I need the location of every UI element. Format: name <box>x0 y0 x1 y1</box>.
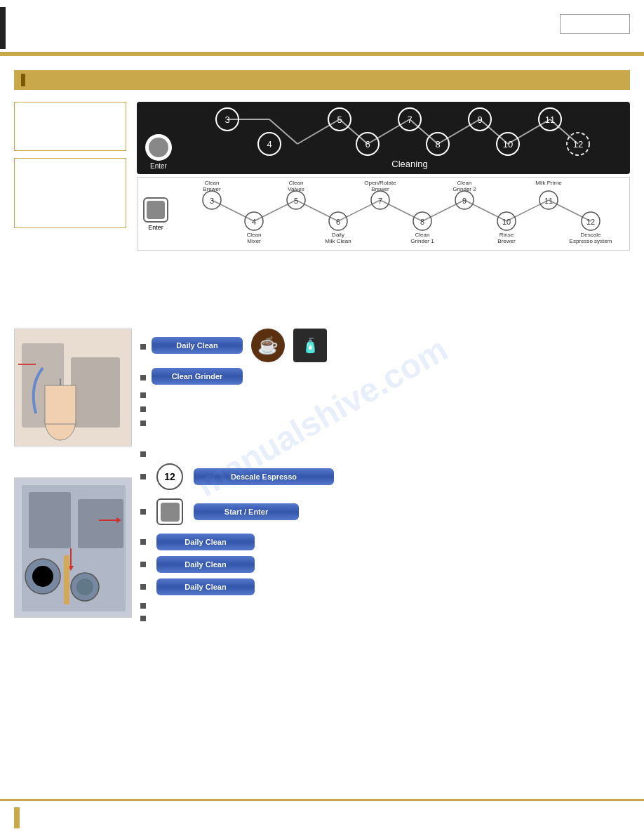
bullet-empty-2 <box>140 614 630 622</box>
svg-text:8: 8 <box>435 139 440 150</box>
svg-line-36 <box>422 200 464 221</box>
svg-point-96 <box>76 578 93 595</box>
bullet-row-4 <box>140 404 630 414</box>
footer-bar <box>14 807 20 828</box>
svg-text:5: 5 <box>294 197 298 205</box>
content-section-1: Daily Clean ☕ 🧴 Clean Grinder <box>140 329 630 432</box>
svg-text:9: 9 <box>462 197 467 205</box>
spray-bottle-icon: 🧴 <box>293 329 327 362</box>
enter-area: Enter <box>145 134 172 170</box>
svg-text:Daily: Daily <box>332 232 344 238</box>
descale-espresso-button[interactable]: Descale Espresso <box>194 468 334 485</box>
enter-square-icon <box>156 498 183 525</box>
bullet-2 <box>140 375 146 380</box>
left-box-1 <box>14 102 126 151</box>
svg-text:11: 11 <box>544 197 553 205</box>
bullet-row-1: Daily Clean ☕ 🧴 <box>140 329 630 362</box>
svg-text:Cleaning: Cleaning <box>391 159 427 169</box>
svg-line-8 <box>508 119 550 144</box>
bullet-enter-dot <box>140 509 146 515</box>
white-diagram-svg: Clean Brewer Clean Valves Open/Rotate Br… <box>178 179 624 249</box>
svg-line-3 <box>340 119 368 144</box>
svg-line-31 <box>212 200 254 221</box>
bullet-row-enter: Start / Enter <box>140 498 630 525</box>
svg-text:4: 4 <box>252 218 256 226</box>
svg-line-37 <box>464 200 507 221</box>
svg-text:Milk Prime: Milk Prime <box>535 180 562 186</box>
bullet-sm1-dot <box>140 539 146 545</box>
small-btn-2[interactable]: Daily Clean <box>156 556 255 573</box>
bullet-1 <box>140 344 146 350</box>
svg-line-4 <box>368 119 410 144</box>
svg-text:3: 3 <box>224 114 229 125</box>
svg-text:7: 7 <box>407 114 412 125</box>
bullet-3 <box>140 392 146 398</box>
coffee-cup-icon: ☕ <box>251 329 285 362</box>
svg-text:8: 8 <box>420 218 424 226</box>
svg-text:7: 7 <box>378 197 382 205</box>
bullet-row-step12: 12 Descale Espresso <box>140 463 630 490</box>
content-section-2: 12 Descale Espresso Start / Enter Daily … <box>140 463 630 626</box>
bullet-row-sm1: Daily Clean <box>140 534 630 550</box>
content-image-1 <box>14 329 132 446</box>
content-image-2 <box>14 477 132 618</box>
bullet-1-content: Daily Clean ☕ 🧴 <box>152 329 327 362</box>
svg-text:6: 6 <box>336 218 340 226</box>
bullet-row-sm2: Daily Clean <box>140 556 630 573</box>
bullet-empty-1 <box>140 601 630 609</box>
bullet-6 <box>140 451 146 457</box>
step-12-circle: 12 <box>156 463 183 490</box>
bullet-5 <box>140 421 146 426</box>
bullet-sm2-dot <box>140 562 146 567</box>
enter-label-white: Enter <box>143 224 168 231</box>
section-header <box>14 70 630 90</box>
svg-text:Grinder 1: Grinder 1 <box>410 238 434 244</box>
svg-text:Rinse: Rinse <box>499 232 514 238</box>
clean-grinder-button[interactable]: Clean Grinder <box>152 368 243 385</box>
svg-text:Clean: Clean <box>205 180 220 186</box>
black-diagram-svg: 3 5 7 9 11 4 6 8 10 12 Cleaning <box>182 105 623 171</box>
bullet-row-5 <box>140 418 630 428</box>
daily-clean-button[interactable]: Daily Clean <box>152 337 243 354</box>
svg-rect-92 <box>64 555 69 604</box>
svg-rect-80 <box>71 357 120 428</box>
svg-text:Mixer: Mixer <box>247 238 261 244</box>
svg-point-94 <box>32 566 53 587</box>
svg-line-39 <box>549 200 591 221</box>
svg-text:Open/Rotate: Open/Rotate <box>364 180 396 186</box>
svg-line-38 <box>507 200 549 221</box>
page-number-box <box>560 14 630 34</box>
black-diagram: Enter 3 5 7 9 11 4 6 8 10 12 <box>137 102 630 174</box>
left-box-2 <box>14 158 126 228</box>
svg-text:Clean: Clean <box>457 180 472 186</box>
svg-rect-86 <box>29 492 71 548</box>
svg-text:Espresso system: Espresso system <box>570 238 612 244</box>
bullet-4-text <box>152 404 327 414</box>
svg-text:12: 12 <box>573 139 583 150</box>
start-enter-button[interactable]: Start / Enter <box>194 503 299 520</box>
svg-text:4: 4 <box>267 139 271 150</box>
svg-text:11: 11 <box>545 114 555 125</box>
svg-text:Clean: Clean <box>415 232 430 238</box>
header-bar-left <box>0 7 6 49</box>
svg-rect-87 <box>78 499 123 548</box>
page-header <box>0 0 644 56</box>
svg-text:Descale: Descale <box>581 232 601 238</box>
bullet-sm3-dot <box>140 584 146 590</box>
bullet-4 <box>140 406 146 412</box>
svg-line-35 <box>380 200 422 221</box>
bullet-3-text <box>152 390 292 400</box>
svg-line-6 <box>438 119 480 144</box>
svg-text:Clean: Clean <box>289 180 304 186</box>
small-btn-1[interactable]: Daily Clean <box>156 534 255 550</box>
svg-line-5 <box>410 119 438 144</box>
svg-text:3: 3 <box>210 197 214 205</box>
svg-line-34 <box>338 200 380 221</box>
small-btn-3[interactable]: Daily Clean <box>156 578 255 595</box>
svg-text:5: 5 <box>337 114 342 125</box>
bullet-row-2: Clean Grinder <box>140 368 630 385</box>
svg-text:12: 12 <box>586 218 595 226</box>
bullet-5-text <box>152 418 306 428</box>
svg-line-32 <box>254 200 296 221</box>
svg-text:Brewer: Brewer <box>497 238 516 244</box>
